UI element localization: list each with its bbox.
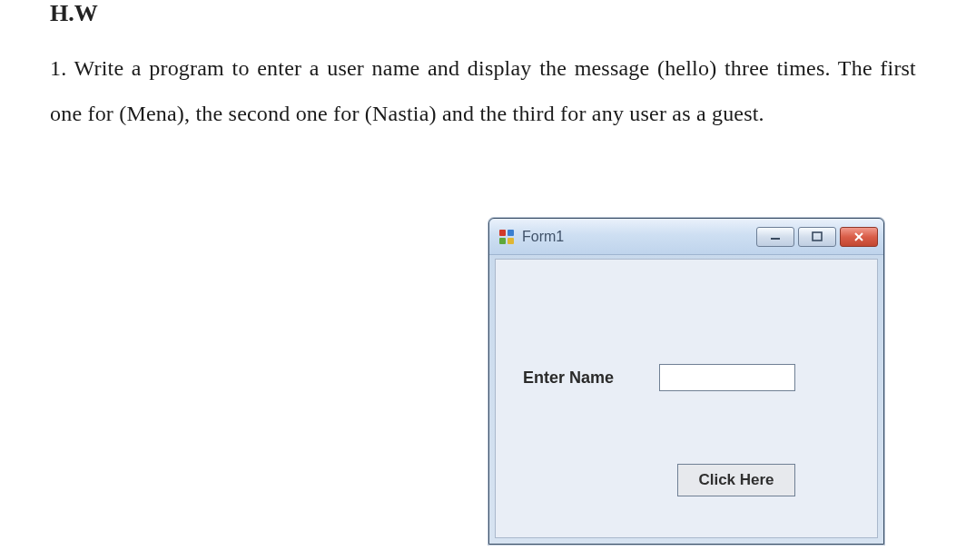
name-input[interactable] [659,364,795,391]
form-window: Form1 Enter Name Click Here [488,218,884,545]
maximize-icon [811,231,823,242]
click-here-button[interactable]: Click Here [677,464,795,496]
app-icon [498,229,515,245]
window-title: Form1 [522,229,756,245]
minimize-icon [769,232,782,241]
maximize-button[interactable] [798,227,836,247]
close-icon [853,231,865,242]
window-controls [756,227,878,247]
minimize-button[interactable] [756,227,794,247]
svg-rect-0 [499,230,506,236]
svg-rect-5 [813,232,822,241]
window-titlebar: Form1 [489,219,883,255]
section-heading: H.W [50,0,916,27]
svg-rect-3 [508,238,514,244]
problem-statement: 1. Write a program to enter a user name … [50,45,916,137]
svg-rect-4 [771,238,780,240]
enter-name-label: Enter Name [523,368,614,388]
close-button[interactable] [840,227,878,247]
form-client-area: Enter Name Click Here [495,259,878,538]
svg-rect-1 [508,230,514,236]
svg-rect-2 [499,238,506,244]
